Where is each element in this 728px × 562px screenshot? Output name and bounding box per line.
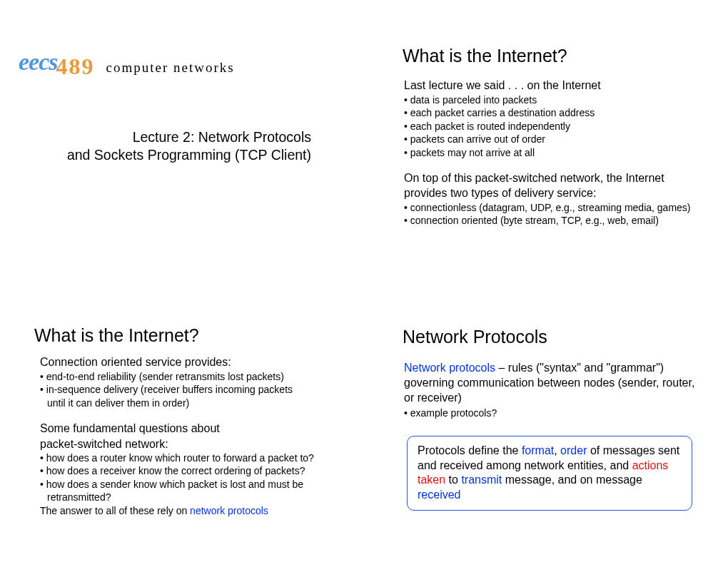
course-title: computer networks	[106, 60, 235, 76]
bullet: • data is parceled into packets	[404, 93, 697, 106]
slide-body: Network protocols – rules ("syntax" and …	[404, 360, 697, 420]
slide-title: eecs 489 computer networks Lecture 2: Ne…	[0, 0, 364, 281]
slide-what-is-internet-1: What is the Internet? Last lecture we sa…	[364, 0, 728, 281]
bullet-list: • data is parceled into packets • each p…	[404, 93, 697, 159]
slide-body: Connection oriented service provides: • …	[40, 356, 333, 517]
bullet: • each packet is routed independently	[404, 120, 697, 133]
box-text: Protocols define the	[418, 444, 522, 456]
bullet: • how does a router know which router to…	[40, 451, 333, 464]
box-transmit: transmit	[461, 474, 502, 486]
slide-network-protocols: Network Protocols Network protocols – ru…	[364, 281, 728, 562]
term: Network protocols	[404, 362, 495, 374]
intro-line: Last lecture we said . . . on the Intern…	[404, 79, 697, 92]
questions-intro-2: packet-switched network:	[40, 436, 333, 451]
bullet-list: • end-to-end reliability (sender retrans…	[40, 370, 333, 409]
bullet-cont: until it can deliver them in order)	[40, 397, 333, 409]
bullet: • packets may not arrive at all	[404, 146, 697, 159]
slide-heading: Network Protocols	[403, 327, 709, 347]
bullet: • end-to-end reliability (sender retrans…	[40, 370, 333, 383]
answer-line: The answer to all of these rely on netwo…	[40, 504, 333, 517]
definition: Network protocols – rules ("syntax" and …	[404, 360, 697, 405]
box-text: message, and on message	[502, 474, 642, 486]
definition-box: Protocols define the format, order of me…	[407, 436, 692, 511]
delivery-intro: On top of this packet-switched network, …	[404, 170, 697, 200]
bullet: • each packet carries a destination addr…	[404, 106, 697, 119]
question-list: • how does a router know which router to…	[40, 451, 333, 504]
box-order: order	[560, 444, 587, 456]
bullet: • in-sequence delivery (receiver buffers…	[40, 383, 333, 396]
intro-line: Connection oriented service provides:	[40, 356, 333, 369]
lecture-title: Lecture 2: Network Protocols and Sockets…	[19, 128, 345, 164]
answer-pre: The answer to all of these rely on	[40, 505, 190, 516]
bullet: • connection oriented (byte stream, TCP,…	[404, 214, 697, 227]
course-badge: eecs 489 computer networks	[19, 50, 345, 74]
bullet: • connectionless (datagram, UDP, e.g., s…	[404, 201, 697, 214]
slide-body: Last lecture we said . . . on the Intern…	[404, 79, 697, 228]
delivery-list: • connectionless (datagram, UDP, e.g., s…	[404, 201, 697, 228]
example-bullet: • example protocols?	[404, 407, 697, 419]
box-format: format	[522, 444, 554, 456]
answer-link: network protocols	[190, 505, 268, 516]
bullet: • how does a receiver know the correct o…	[40, 464, 333, 477]
box-text: to	[445, 474, 461, 486]
questions-intro-1: Some fundamental questions about	[40, 421, 333, 436]
box-received: received	[418, 489, 460, 501]
course-number: 489	[56, 53, 95, 80]
box-text: ,	[554, 444, 560, 456]
bullet: • packets can arrive out of order	[404, 133, 697, 145]
eecs-label: eecs	[19, 50, 58, 74]
slide-heading: What is the Internet?	[403, 46, 709, 66]
lecture-line-1: Lecture 2: Network Protocols	[19, 128, 311, 146]
bullet: • how does a sender know which packet is…	[40, 478, 333, 491]
slide-what-is-internet-2: What is the Internet? Connection oriente…	[0, 281, 364, 562]
bullet-cont: retransmitted?	[40, 491, 333, 504]
slide-heading: What is the Internet?	[34, 325, 345, 346]
lecture-line-2: and Sockets Programming (TCP Client)	[19, 146, 311, 164]
